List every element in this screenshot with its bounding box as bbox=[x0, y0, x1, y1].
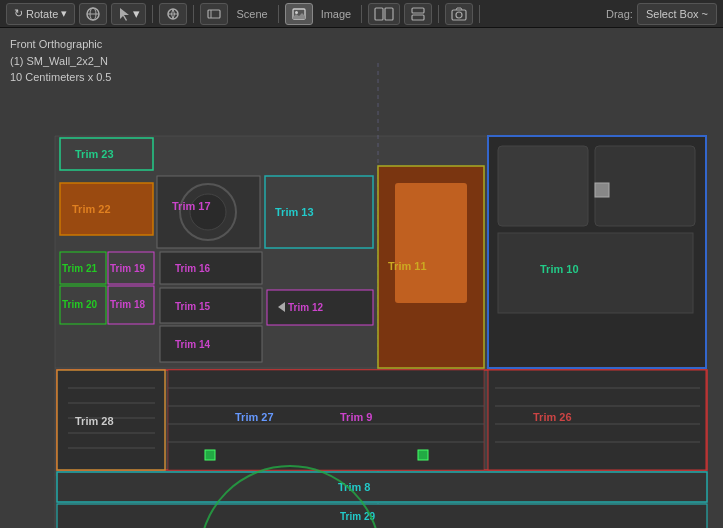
svg-text:Trim 18: Trim 18 bbox=[110, 299, 145, 310]
uv-map: Trim 23 Trim 22 Trim 17 Trim 13 Trim 11 … bbox=[0, 28, 723, 528]
svg-point-28 bbox=[180, 184, 236, 240]
viewport[interactable]: Front Orthographic (1) SM_Wall_2x2_N 10 … bbox=[0, 28, 723, 528]
svg-rect-10 bbox=[375, 8, 383, 20]
svg-text:Trim 11: Trim 11 bbox=[388, 260, 427, 272]
svg-text:Trim 27: Trim 27 bbox=[235, 411, 274, 423]
svg-rect-25 bbox=[60, 183, 153, 235]
svg-rect-11 bbox=[385, 8, 393, 20]
info-line-2: (1) SM_Wall_2x2_N bbox=[10, 53, 112, 70]
separator-3 bbox=[278, 5, 279, 23]
svg-point-29 bbox=[190, 194, 226, 230]
svg-text:Trim 19: Trim 19 bbox=[110, 263, 145, 274]
uv-button[interactable] bbox=[159, 3, 187, 25]
svg-point-15 bbox=[456, 12, 462, 18]
separator-4 bbox=[361, 5, 362, 23]
separator-2 bbox=[193, 5, 194, 23]
svg-text:Trim 10: Trim 10 bbox=[540, 263, 579, 275]
layout-2-button[interactable] bbox=[404, 3, 432, 25]
svg-rect-57 bbox=[160, 326, 262, 362]
svg-text:Trim 12: Trim 12 bbox=[288, 302, 323, 313]
svg-text:Trim 9: Trim 9 bbox=[340, 411, 372, 423]
svg-text:Trim 28: Trim 28 bbox=[75, 415, 114, 427]
info-line-3: 10 Centimeters x 0.5 bbox=[10, 69, 112, 86]
svg-text:Trim 14: Trim 14 bbox=[175, 339, 210, 350]
info-line-1: Front Orthographic bbox=[10, 36, 112, 53]
cursor-button[interactable]: ▾ bbox=[111, 3, 146, 25]
rotate-label: Rotate bbox=[26, 8, 58, 20]
scene-icon bbox=[206, 6, 222, 22]
layout-2-icon bbox=[410, 6, 426, 22]
camera-button[interactable] bbox=[445, 3, 473, 25]
drag-label: Drag: bbox=[606, 8, 633, 20]
svg-rect-38 bbox=[595, 146, 695, 226]
select-box-button[interactable]: Select Box ~ bbox=[637, 3, 717, 25]
svg-text:Trim 17: Trim 17 bbox=[172, 200, 211, 212]
svg-rect-60 bbox=[57, 370, 165, 470]
image-icon-btn[interactable] bbox=[285, 3, 313, 25]
svg-text:Trim 20: Trim 20 bbox=[62, 299, 97, 310]
svg-text:Trim 26: Trim 26 bbox=[533, 411, 572, 423]
svg-rect-40 bbox=[595, 183, 609, 197]
svg-rect-23 bbox=[60, 138, 153, 170]
svg-rect-37 bbox=[498, 146, 588, 226]
svg-point-9 bbox=[295, 11, 298, 14]
svg-rect-16 bbox=[55, 136, 705, 476]
rotate-icon: ↻ bbox=[14, 7, 23, 20]
svg-rect-12 bbox=[412, 8, 424, 13]
svg-text:Trim 29: Trim 29 bbox=[340, 511, 375, 522]
uv-icon bbox=[165, 6, 181, 22]
scene-icon-btn[interactable] bbox=[200, 3, 228, 25]
svg-text:Trim 13: Trim 13 bbox=[275, 206, 314, 218]
rotate-button[interactable]: ↻ Rotate ▾ bbox=[6, 3, 75, 25]
svg-text:Trim 21: Trim 21 bbox=[62, 263, 97, 274]
toolbar: ↻ Rotate ▾ ▾ Scene bbox=[0, 0, 723, 28]
svg-rect-6 bbox=[208, 10, 220, 18]
svg-rect-42 bbox=[60, 252, 106, 284]
svg-text:Trim 23: Trim 23 bbox=[75, 148, 114, 160]
svg-rect-31 bbox=[265, 176, 373, 248]
image-icon bbox=[291, 6, 307, 22]
layout-1-button[interactable] bbox=[368, 3, 400, 25]
svg-rect-82 bbox=[57, 472, 707, 502]
svg-rect-76 bbox=[488, 370, 706, 470]
svg-rect-46 bbox=[160, 252, 262, 284]
svg-rect-27 bbox=[157, 176, 260, 248]
svg-text:Trim 22: Trim 22 bbox=[72, 203, 111, 215]
svg-text:Trim 16: Trim 16 bbox=[175, 263, 210, 274]
svg-rect-54 bbox=[267, 290, 373, 325]
info-text: Front Orthographic (1) SM_Wall_2x2_N 10 … bbox=[10, 36, 112, 86]
svg-rect-13 bbox=[412, 15, 424, 20]
scene-label: Scene bbox=[232, 8, 271, 20]
image-label: Image bbox=[317, 8, 356, 20]
svg-rect-36 bbox=[488, 136, 706, 368]
sphere-button[interactable] bbox=[79, 3, 107, 25]
camera-icon bbox=[451, 6, 467, 22]
svg-rect-50 bbox=[108, 286, 154, 324]
svg-rect-59 bbox=[57, 370, 707, 470]
layout-1-icon bbox=[374, 6, 394, 22]
rotate-chevron: ▾ bbox=[61, 7, 67, 20]
svg-rect-72 bbox=[205, 450, 215, 460]
separator-1 bbox=[152, 5, 153, 23]
svg-rect-73 bbox=[418, 450, 428, 460]
svg-rect-39 bbox=[498, 233, 693, 313]
separator-6 bbox=[479, 5, 480, 23]
svg-marker-55 bbox=[278, 302, 285, 312]
svg-rect-67 bbox=[168, 370, 484, 470]
svg-text:Trim 8: Trim 8 bbox=[338, 481, 370, 493]
sphere-icon bbox=[85, 6, 101, 22]
separator-5 bbox=[438, 5, 439, 23]
svg-text:Trim 15: Trim 15 bbox=[175, 301, 210, 312]
svg-rect-52 bbox=[160, 288, 262, 323]
svg-rect-44 bbox=[108, 252, 154, 284]
svg-rect-34 bbox=[395, 183, 467, 303]
cursor-icon bbox=[117, 6, 133, 22]
svg-rect-17 bbox=[488, 136, 706, 368]
svg-rect-48 bbox=[60, 286, 106, 324]
select-box-label: Select Box ~ bbox=[646, 8, 708, 20]
svg-rect-84 bbox=[57, 504, 707, 528]
svg-marker-3 bbox=[120, 8, 129, 21]
svg-rect-33 bbox=[378, 166, 484, 368]
